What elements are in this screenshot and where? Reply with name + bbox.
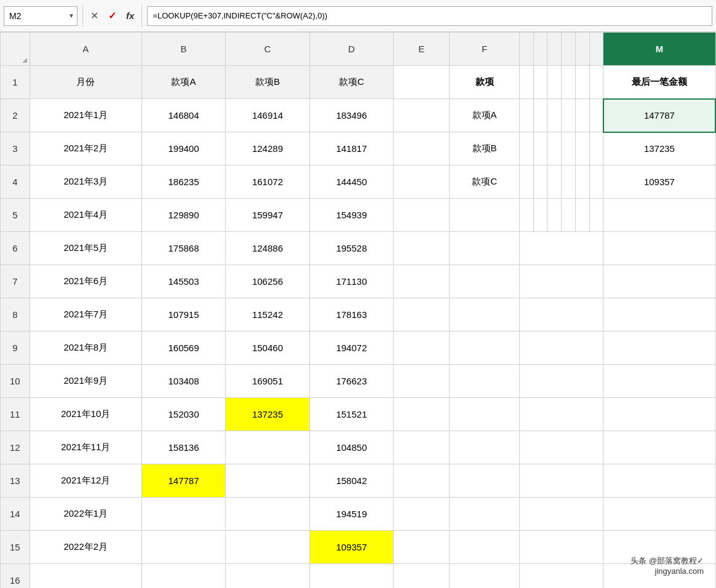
cell-d10[interactable]: 176623 xyxy=(309,365,393,398)
col-header-b[interactable]: B xyxy=(141,33,225,66)
cell-b15[interactable] xyxy=(141,531,225,564)
cell-b8[interactable]: 107915 xyxy=(141,298,225,332)
cell-m1[interactable]: 最后一笔金额 xyxy=(603,66,715,99)
cell-d3[interactable]: 141817 xyxy=(309,132,393,165)
cell-m12 xyxy=(603,431,715,464)
cell-a10[interactable]: 2021年9月 xyxy=(30,365,141,398)
cell-m5 xyxy=(603,199,715,232)
cell-d8[interactable]: 178163 xyxy=(309,298,393,332)
fx-icon[interactable]: fx xyxy=(124,9,137,22)
sheet-table: A B C D E F M 1 月份 款项A 款项B xyxy=(0,32,716,588)
cell-m7 xyxy=(603,265,715,298)
col-header-c[interactable]: C xyxy=(226,33,309,66)
cell-d4[interactable]: 144450 xyxy=(309,165,393,199)
cell-b4[interactable]: 186235 xyxy=(141,165,225,199)
cell-d7[interactable]: 171130 xyxy=(309,265,393,298)
col-header-l[interactable] xyxy=(589,33,603,66)
cell-c10[interactable]: 169051 xyxy=(226,365,309,398)
cell-a8[interactable]: 2021年7月 xyxy=(30,298,141,332)
cell-f4[interactable]: 款项C xyxy=(450,165,520,199)
cell-name-dropdown-icon[interactable]: ▼ xyxy=(68,12,74,19)
col-header-m[interactable]: M xyxy=(603,33,715,66)
cell-d1[interactable]: 款项C xyxy=(309,66,393,99)
cell-f15 xyxy=(450,531,520,564)
cell-d2[interactable]: 183496 xyxy=(309,99,393,132)
cell-b9[interactable]: 160569 xyxy=(141,332,225,365)
cell-d6[interactable]: 195528 xyxy=(309,232,393,265)
col-header-f[interactable]: F xyxy=(450,33,520,66)
col-header-i[interactable] xyxy=(547,33,562,66)
col-header-k[interactable] xyxy=(575,33,589,66)
cell-d14[interactable]: 194519 xyxy=(309,498,393,531)
cell-c4[interactable]: 161072 xyxy=(226,165,309,199)
cell-c2[interactable]: 146914 xyxy=(226,99,309,132)
cell-f16 xyxy=(450,564,520,589)
cell-f1[interactable]: 款项 xyxy=(450,66,520,99)
cell-b3[interactable]: 199400 xyxy=(141,132,225,165)
cell-m2[interactable]: 147787 xyxy=(603,99,715,132)
cell-b13[interactable]: 147787 xyxy=(141,464,225,498)
cell-a7[interactable]: 2021年6月 xyxy=(30,265,141,298)
col-header-e[interactable]: E xyxy=(394,33,450,66)
cell-c12[interactable] xyxy=(226,431,309,464)
cancel-icon[interactable]: ✕ xyxy=(88,9,101,23)
cell-b11[interactable]: 152030 xyxy=(141,398,225,431)
cell-c7[interactable]: 106256 xyxy=(226,265,309,298)
cell-c14[interactable] xyxy=(226,498,309,531)
cell-d9[interactable]: 194072 xyxy=(309,332,393,365)
cell-b6[interactable]: 175868 xyxy=(141,232,225,265)
cell-h1 xyxy=(533,66,547,99)
cell-a5[interactable]: 2021年4月 xyxy=(30,199,141,232)
cell-d15[interactable]: 109357 xyxy=(309,531,393,564)
cell-c15[interactable] xyxy=(226,531,309,564)
cell-c9[interactable]: 150460 xyxy=(226,332,309,365)
cell-b12[interactable]: 158136 xyxy=(141,431,225,464)
cell-b10[interactable]: 103408 xyxy=(141,365,225,398)
cell-a1[interactable]: 月份 xyxy=(30,66,141,99)
cell-a9[interactable]: 2021年8月 xyxy=(30,332,141,365)
cell-b16 xyxy=(141,564,225,589)
cell-name-box[interactable]: M2 ▼ xyxy=(4,6,78,26)
cell-c5[interactable]: 159947 xyxy=(226,199,309,232)
cell-a3[interactable]: 2021年2月 xyxy=(30,132,141,165)
cell-b1[interactable]: 款项A xyxy=(141,66,225,99)
cell-a4[interactable]: 2021年3月 xyxy=(30,165,141,199)
cell-a6[interactable]: 2021年5月 xyxy=(30,232,141,265)
cell-d5[interactable]: 154939 xyxy=(309,199,393,232)
cell-d11[interactable]: 151521 xyxy=(309,398,393,431)
cell-e10 xyxy=(394,365,450,398)
cell-c8[interactable]: 115242 xyxy=(226,298,309,332)
col-header-g[interactable] xyxy=(519,33,533,66)
cell-b5[interactable]: 129890 xyxy=(141,199,225,232)
cell-b14[interactable] xyxy=(141,498,225,531)
cell-c1[interactable]: 款项B xyxy=(226,66,309,99)
col-header-a[interactable]: A xyxy=(30,33,141,66)
cell-g8-l8 xyxy=(519,298,603,332)
cell-e1[interactable] xyxy=(394,66,450,99)
cell-c13[interactable] xyxy=(226,464,309,498)
cell-c3[interactable]: 124289 xyxy=(226,132,309,165)
cell-name-text: M2 xyxy=(9,11,21,21)
cell-a12[interactable]: 2021年11月 xyxy=(30,431,141,464)
cell-c11[interactable]: 137235 xyxy=(226,398,309,431)
cell-f3[interactable]: 款项B xyxy=(450,132,520,165)
cell-c6[interactable]: 124886 xyxy=(226,232,309,265)
formula-input[interactable] xyxy=(147,6,712,26)
cell-a13[interactable]: 2021年12月 xyxy=(30,464,141,498)
cell-b2[interactable]: 146804 xyxy=(141,99,225,132)
cell-a15[interactable]: 2022年2月 xyxy=(30,531,141,564)
cell-e6 xyxy=(394,232,450,265)
cell-b7[interactable]: 145503 xyxy=(141,265,225,298)
cell-m4[interactable]: 109357 xyxy=(603,165,715,199)
confirm-icon[interactable]: ✓ xyxy=(106,9,119,23)
cell-a14[interactable]: 2022年1月 xyxy=(30,498,141,531)
cell-m3[interactable]: 137235 xyxy=(603,132,715,165)
cell-d12[interactable]: 104850 xyxy=(309,431,393,464)
col-header-h[interactable] xyxy=(533,33,547,66)
col-header-d[interactable]: D xyxy=(309,33,393,66)
cell-f2[interactable]: 款项A xyxy=(450,99,520,132)
cell-a2[interactable]: 2021年1月 xyxy=(30,99,141,132)
col-header-j[interactable] xyxy=(562,33,576,66)
cell-d13[interactable]: 158042 xyxy=(309,464,393,498)
cell-a11[interactable]: 2021年10月 xyxy=(30,398,141,431)
